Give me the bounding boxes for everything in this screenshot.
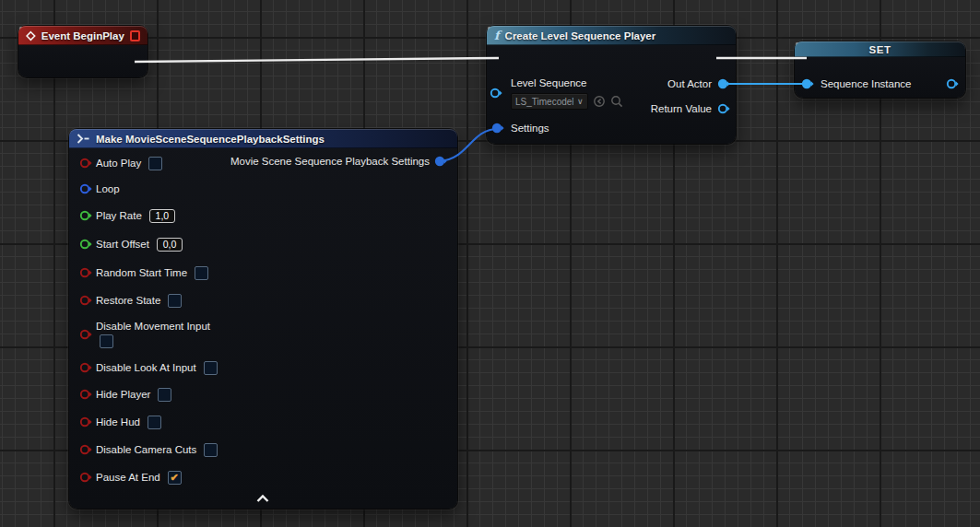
pin-label: Hide Hud [96,415,140,429]
row-hide-hud: Hide Hud [96,415,161,429]
exec-wire-beginplay-to-create [135,58,499,62]
disable-camera-cuts-pin[interactable] [79,443,93,456]
pin-label: Hide Player [96,387,150,402]
row-play-rate: Play Rate 1,0 [96,208,175,223]
playback-settings-output-pin[interactable] [434,155,448,168]
level-sequence-input-pin[interactable] [490,87,503,100]
pause-at-end-checkbox[interactable] [168,471,182,485]
collapse-node-chevron-icon[interactable] [255,494,270,503]
auto-play-checkbox[interactable] [148,157,162,170]
level-sequence-dropdown[interactable]: LS_TimecodePre ∨ [511,93,588,110]
make-struct-icon [77,134,90,144]
function-icon: f [494,29,500,41]
level-sequence-value: LS_TimecodePre [515,97,573,107]
pin-label: Loop [96,182,120,196]
node-make-playback-settings[interactable]: Make MovieSceneSequencePlaybackSettings … [69,129,457,509]
play-rate-input[interactable]: 1,0 [149,209,175,223]
use-selected-asset-icon[interactable] [593,95,606,108]
row-pause-at-end: Pause At End [96,470,182,485]
function-node-header[interactable]: f Create Level Sequence Player [487,26,736,45]
row-restore-state: Restore State [96,293,182,308]
restore-state-pin[interactable] [79,294,93,307]
auto-play-pin[interactable] [79,157,93,170]
row-random-start-time: Random Start Time [96,265,208,280]
play-rate-pin[interactable] [79,209,93,222]
pin-label: Disable Camera Cuts [96,442,196,457]
pin-label: Play Rate [96,208,142,223]
pin-label: Pause At End [96,470,160,485]
node-set-variable[interactable]: SET Sequence Instance [795,41,965,98]
pin-label: Start Offset [96,237,149,252]
row-disable-movement-input-checkbox [100,334,113,348]
level-sequence-pin-label: Level Sequence [511,76,586,90]
browse-to-asset-icon[interactable] [610,95,623,108]
pin-label: Disable Look At Input [96,360,196,375]
node-title: Event BeginPlay [41,30,124,41]
event-node-header[interactable]: Event BeginPlay [18,26,148,45]
out-actor-output-pin[interactable] [717,77,731,90]
row-loop: Loop [96,182,120,196]
set-node-header[interactable]: SET [795,41,965,57]
row-start-offset: Start Offset 0,0 [96,237,183,252]
disable-look-at-input-pin[interactable] [79,361,93,374]
return-value-pin-label: Return Value [651,101,712,116]
hide-player-pin[interactable] [79,388,93,401]
disable-look-at-input-checkbox[interactable] [204,361,218,375]
sequence-instance-output-pin[interactable] [946,77,960,90]
event-override-icon [130,30,140,41]
return-value-output-pin[interactable] [717,102,731,115]
node-title: Make MovieSceneSequencePlaybackSettings [96,134,325,145]
event-diamond-icon [26,30,36,41]
loop-pin[interactable] [79,182,93,195]
output-pin-label: Movie Scene Sequence Playback Settings [230,154,430,169]
hide-hud-pin[interactable] [79,416,93,428]
hide-hud-checkbox[interactable] [148,416,161,429]
pin-label: Random Start Time [96,265,187,280]
row-auto-play: Auto Play [96,156,162,170]
out-actor-pin-label: Out Actor [667,76,712,91]
row-disable-movement-input-label: Disable Movement Input [96,319,210,334]
random-start-time-pin[interactable] [79,266,93,279]
node-title: SET [869,44,891,55]
hide-player-checkbox[interactable] [158,388,171,402]
make-node-header[interactable]: Make MovieSceneSequencePlaybackSettings [69,129,457,148]
pin-label: Auto Play [96,156,141,170]
pause-at-end-pin[interactable] [79,471,93,484]
row-disable-look-at-input: Disable Look At Input [96,360,218,375]
start-offset-input[interactable]: 0,0 [157,238,183,252]
restore-state-checkbox[interactable] [168,294,182,308]
disable-movement-input-checkbox[interactable] [100,334,113,348]
node-create-level-sequence-player[interactable]: f Create Level Sequence Player Level Seq… [487,26,736,144]
blueprint-graph-canvas[interactable]: { "colors": { "canvas_bg": "#2a2a2a", "e… [0,0,980,527]
settings-input-pin[interactable] [491,122,505,135]
row-disable-camera-cuts: Disable Camera Cuts [96,442,218,457]
start-offset-pin[interactable] [79,238,93,251]
row-hide-player: Hide Player [96,387,171,402]
pin-label: Restore State [96,293,160,308]
node-title: Create Level Sequence Player [505,30,656,41]
sequence-instance-pin-label: Sequence Instance [821,76,911,91]
disable-movement-input-pin[interactable] [79,328,93,341]
random-start-time-checkbox[interactable] [195,266,208,280]
pin-label: Disable Movement Input [96,319,210,334]
chevron-down-icon: ∨ [577,98,584,106]
disable-camera-cuts-checkbox[interactable] [204,443,218,457]
node-event-beginplay[interactable]: Event BeginPlay [18,26,148,77]
level-sequence-asset-picker: LS_TimecodePre ∨ [511,93,623,110]
settings-pin-label: Settings [511,121,549,135]
sequence-instance-input-pin[interactable] [801,77,815,90]
